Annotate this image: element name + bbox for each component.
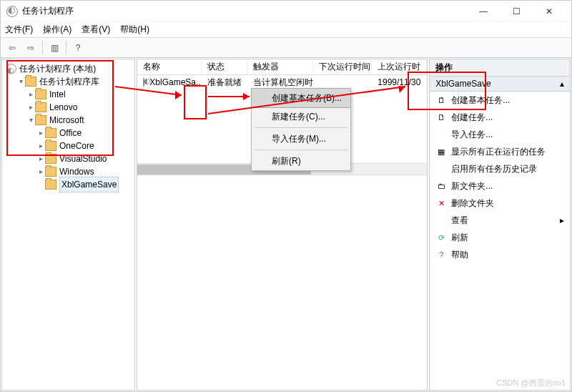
window-title: 任务计划程序 — [22, 5, 467, 17]
col-status[interactable]: 状态 — [202, 59, 247, 75]
expander-icon[interactable]: ▾ — [16, 74, 25, 89]
separator — [42, 41, 43, 54]
collapse-icon[interactable]: ▴ — [560, 79, 564, 89]
action-enable-history[interactable]: 启用所有任务历史记录 — [430, 160, 570, 177]
expander-icon[interactable]: ▸ — [36, 152, 45, 166]
col-trigger[interactable]: 触发器 — [247, 59, 313, 75]
menu-help[interactable]: 帮助(H) — [120, 24, 149, 36]
action-new-folder[interactable]: 🗀新文件夹... — [430, 177, 570, 195]
tree-item[interactable]: Microsoft — [49, 113, 84, 127]
wizard-icon: 🗒 — [435, 94, 447, 106]
help-icon: ? — [435, 249, 447, 260]
chevron-right-icon: ▸ — [560, 215, 564, 226]
folder-icon — [35, 115, 46, 125]
col-last[interactable]: 上次运行时 — [372, 59, 427, 75]
separator — [66, 41, 66, 54]
column-header-row: 名称 状态 触发器 下次运行时间 上次运行时 — [137, 59, 427, 75]
tree-item[interactable]: Lenovo — [49, 100, 77, 114]
expander-icon[interactable]: ▸ — [36, 165, 45, 179]
action-delete-folder[interactable]: ✕删除文件夹 — [430, 195, 570, 212]
folder-icon — [35, 102, 46, 112]
table-row[interactable]: XblGameSa... 准备就绪 当计算机空闲时 1999/11/30 — [137, 75, 427, 89]
cell-name: XblGameSa... — [149, 77, 202, 87]
tree-item[interactable]: OneCore — [59, 139, 94, 153]
context-create-basic[interactable]: 创建基本任务(B)... — [251, 88, 351, 108]
tree-root[interactable]: 任务计划程序 (本地) — [19, 62, 96, 76]
detail-pane — [137, 175, 427, 390]
expander-icon[interactable]: ▾ — [26, 113, 35, 127]
folder-new-icon: 🗀 — [435, 180, 447, 192]
help-button[interactable]: ? — [69, 40, 87, 56]
tree-item[interactable]: Intel — [49, 87, 66, 102]
expander-icon[interactable]: ▸ — [36, 126, 45, 140]
tree-library[interactable]: 任务计划程序库 — [39, 74, 99, 89]
separator — [255, 150, 347, 150]
tree-item-selected[interactable]: XblGameSave — [59, 177, 119, 192]
task-icon: 🗋 — [435, 112, 447, 123]
action-show-running[interactable]: ▦显示所有正在运行的任务 — [430, 143, 570, 160]
actions-header: 操作 — [430, 59, 570, 77]
action-create-task[interactable]: 🗋创建任务... — [430, 109, 570, 126]
col-name[interactable]: 名称 — [137, 59, 202, 75]
forward-button[interactable]: ⇨ — [22, 40, 39, 56]
menu-view[interactable]: 查看(V) — [82, 24, 110, 36]
action-help[interactable]: ?帮助 — [430, 246, 570, 263]
action-create-basic-task[interactable]: 🗒创建基本任务... — [430, 92, 570, 109]
view-icon — [435, 215, 447, 226]
expander-icon[interactable]: ▸ — [26, 100, 35, 114]
context-refresh[interactable]: 刷新(R) — [252, 152, 350, 170]
menu-file[interactable]: 文件(F) — [5, 24, 33, 36]
col-next[interactable]: 下次运行时间 — [313, 59, 372, 75]
refresh-icon: ⟳ — [435, 232, 447, 243]
app-icon — [6, 6, 18, 17]
action-import-task[interactable]: 导入任务... — [430, 126, 570, 143]
context-menu: 创建基本任务(B)... 新建任务(C)... 导入任务(M)... 刷新(R) — [251, 88, 351, 171]
cell-next — [313, 80, 372, 84]
tree-view[interactable]: 任务计划程序 (本地) ▾任务计划程序库 ▸Intel ▸Lenovo ▾Mic… — [2, 59, 134, 194]
running-icon: ▦ — [435, 146, 447, 157]
expander-icon[interactable]: ▸ — [36, 139, 45, 153]
folder-icon — [45, 128, 56, 138]
back-button[interactable]: ⇦ — [4, 40, 21, 56]
action-view[interactable]: 查看▸ — [430, 212, 570, 229]
cell-status: 准备就绪 — [202, 75, 247, 91]
expander-icon[interactable]: ▸ — [26, 87, 35, 102]
show-hide-button[interactable]: ▥ — [46, 40, 63, 56]
delete-icon: ✕ — [435, 197, 447, 209]
maximize-button[interactable]: ☐ — [500, 1, 533, 22]
context-import-task[interactable]: 导入任务(M)... — [252, 129, 350, 148]
minimize-button[interactable]: — — [467, 1, 500, 22]
folder-icon — [45, 154, 56, 164]
scheduler-icon — [6, 64, 16, 74]
folder-icon — [35, 89, 46, 99]
separator — [255, 127, 347, 128]
actions-context-name: XblGameSave▴ — [430, 77, 570, 92]
folder-icon — [45, 167, 56, 177]
context-new-task[interactable]: 新建任务(C)... — [252, 107, 350, 126]
folder-icon — [45, 180, 56, 190]
menu-action[interactable]: 操作(A) — [43, 24, 72, 36]
import-icon — [435, 129, 447, 140]
task-icon — [143, 77, 144, 87]
tree-item[interactable]: VisualStudio — [59, 152, 107, 166]
folder-icon — [45, 141, 56, 151]
cell-last: 1999/11/30 — [372, 75, 427, 89]
folder-icon — [25, 77, 36, 87]
close-button[interactable]: ✕ — [533, 1, 566, 22]
action-refresh[interactable]: ⟳刷新 — [430, 229, 570, 246]
history-icon — [435, 163, 447, 175]
tree-item[interactable]: Office — [59, 126, 82, 140]
watermark: CSDN @西晋的no1 — [496, 378, 566, 388]
